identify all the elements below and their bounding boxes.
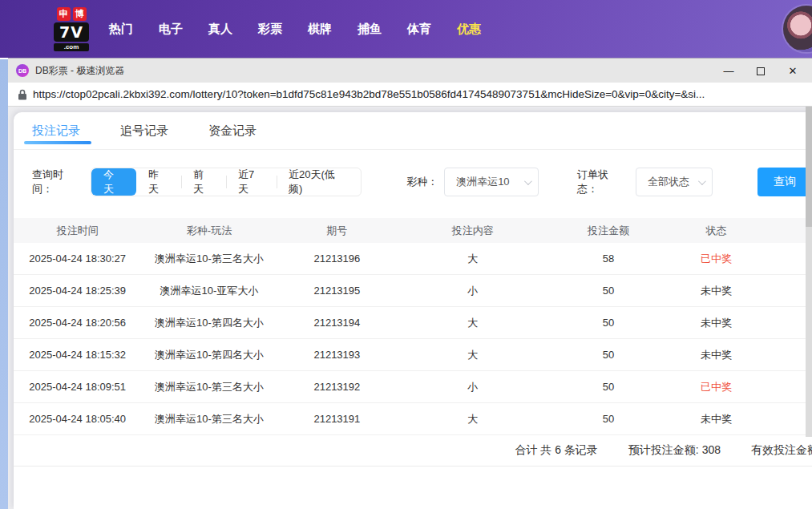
- scrollbar[interactable]: [806, 107, 812, 437]
- cell-bet-content: 大: [397, 316, 548, 330]
- cell-status: 未中奖: [669, 348, 765, 362]
- search-button[interactable]: 查询: [757, 168, 812, 196]
- column-header-期号: 期号: [277, 224, 397, 238]
- summary-valid-amount: 有效投注金额: [751, 443, 812, 458]
- cell-game-play: 澳洲幸运10-第四名大小: [141, 348, 277, 362]
- cell-game-play: 澳洲幸运10-第四名大小: [141, 316, 277, 330]
- logo-domain-com: .com: [54, 43, 89, 51]
- time-option-近7天[interactable]: 近7天: [226, 168, 277, 196]
- nav-item-电子[interactable]: 电子: [159, 22, 183, 37]
- summary-expected-amount: 预计投注金额: 308: [628, 443, 721, 458]
- cell-bet-content: 大: [397, 348, 548, 362]
- summary-total-count: 合计 共 6 条记录: [515, 443, 597, 458]
- close-button[interactable]: ✕: [777, 59, 809, 83]
- cell-issue-number: 21213192: [277, 381, 397, 393]
- table-row: 2025-04-24 18:20:56澳洲幸运10-第四名大小21213194大…: [14, 307, 812, 339]
- time-range-group: 今天昨天前天近7天近20天(低频): [91, 168, 362, 196]
- cell-bet-amount: 58: [548, 252, 668, 265]
- lottery-select[interactable]: 澳洲幸运10: [444, 168, 539, 196]
- cell-game-play: 澳洲幸运10-第三名大小: [141, 412, 277, 426]
- url-text[interactable]: https://ctop02pcali.2kbxi392.com/lottery…: [33, 88, 705, 100]
- cell-status: 未中奖: [669, 316, 765, 330]
- site-logo[interactable]: 申 博 7V .com: [46, 7, 96, 51]
- browser-titlebar: DB DB彩票 - 极速浏览器 — ✕: [8, 58, 812, 83]
- bet-records-table: 投注时间彩种-玩法期号投注内容投注金额状态 2025-04-24 18:30:2…: [14, 218, 812, 435]
- nav-item-热门[interactable]: 热门: [109, 22, 133, 37]
- table-row: 2025-04-24 18:05:40澳洲幸运10-第三名大小21213191大…: [14, 403, 812, 435]
- time-option-今天[interactable]: 今天: [91, 168, 136, 196]
- cell-issue-number: 21213196: [277, 252, 397, 265]
- cell-bet-content: 小: [397, 380, 548, 394]
- cell-issue-number: 21213195: [277, 285, 397, 297]
- tab-投注记录[interactable]: 投注记录: [32, 123, 80, 149]
- table-row: 2025-04-24 18:25:39澳洲幸运10-亚军大小21213195小5…: [14, 275, 812, 307]
- cell-bet-amount: 50: [548, 413, 668, 425]
- cell-bet-amount: 50: [548, 285, 668, 297]
- nav-item-真人[interactable]: 真人: [208, 22, 232, 37]
- site-nav-items: 热门电子真人彩票棋牌捕鱼体育优惠: [109, 22, 481, 37]
- time-option-前天[interactable]: 前天: [181, 168, 226, 196]
- order-status-select[interactable]: 全部状态: [636, 168, 713, 196]
- browser-urlbar[interactable]: https://ctop02pcali.2kbxi392.com/lottery…: [8, 83, 812, 107]
- cell-bet-time: 2025-04-24 18:09:51: [14, 381, 141, 393]
- cell-bet-time: 2025-04-24 18:30:27: [14, 252, 141, 265]
- summary-row: 合计 共 6 条记录 预计投注金额: 308 有效投注金额: [14, 435, 812, 467]
- cell-game-play: 澳洲幸运10-第三名大小: [141, 380, 277, 394]
- cell-game-play: 澳洲幸运10-亚军大小: [141, 284, 277, 298]
- scrollbar-thumb[interactable]: [806, 107, 812, 227]
- cell-bet-content: 大: [397, 412, 548, 426]
- table-row: 2025-04-24 18:09:51澳洲幸运10-第三名大小21213192小…: [14, 371, 812, 403]
- cell-bet-content: 小: [397, 284, 548, 298]
- cell-status: 未中奖: [669, 284, 765, 298]
- logo-brand-7v: 7V: [54, 22, 89, 42]
- cell-bet-content: 大: [397, 252, 548, 266]
- chevron-down-icon: [524, 177, 532, 185]
- cell-status: 已中奖: [669, 380, 765, 394]
- column-header-投注内容: 投注内容: [397, 224, 548, 238]
- time-option-近20天(低频)[interactable]: 近20天(低频): [277, 168, 361, 196]
- site-top-nav: 申 博 7V .com 热门电子真人彩票棋牌捕鱼体育优惠: [0, 0, 812, 58]
- user-avatar[interactable]: [783, 6, 812, 52]
- nav-item-优惠[interactable]: 优惠: [457, 22, 481, 37]
- order-status-label: 订单状态：: [577, 168, 629, 196]
- filter-row: 查询时间： 今天昨天前天近7天近20天(低频) 彩种： 澳洲幸运10 订单状态：…: [32, 168, 812, 196]
- cell-status: 未中奖: [669, 412, 765, 426]
- time-option-昨天[interactable]: 昨天: [136, 168, 181, 196]
- table-row: 2025-04-24 18:30:27澳洲幸运10-第三名大小21213196大…: [14, 243, 812, 275]
- cell-issue-number: 21213191: [277, 413, 397, 425]
- cell-bet-amount: 50: [548, 317, 668, 329]
- time-filter-label: 查询时间：: [32, 168, 84, 196]
- table-row: 2025-04-24 18:15:32澳洲幸运10-第四名大小21213193大…: [14, 339, 812, 371]
- browser-window-title: DB彩票 - 极速浏览器: [35, 64, 124, 78]
- order-status-value: 全部状态: [648, 175, 689, 189]
- cell-bet-amount: 50: [548, 349, 668, 361]
- browser-favicon-db-icon: DB: [16, 64, 29, 77]
- lottery-filter-label: 彩种：: [406, 175, 438, 189]
- nav-item-体育[interactable]: 体育: [407, 22, 431, 37]
- cell-issue-number: 21213194: [277, 317, 397, 329]
- cell-issue-number: 21213193: [277, 349, 397, 361]
- maximize-button[interactable]: [745, 59, 777, 83]
- nav-item-彩票[interactable]: 彩票: [258, 22, 282, 37]
- column-header-彩种-玩法: 彩种-玩法: [141, 224, 277, 238]
- column-header-状态: 状态: [669, 224, 765, 238]
- cell-bet-time: 2025-04-24 18:15:32: [14, 349, 141, 361]
- cell-status: 已中奖: [669, 252, 765, 266]
- nav-item-捕鱼[interactable]: 捕鱼: [358, 22, 382, 37]
- nav-item-棋牌[interactable]: 棋牌: [308, 22, 332, 37]
- cell-bet-amount: 50: [548, 381, 668, 393]
- minimize-button[interactable]: —: [713, 59, 745, 83]
- table-body: 2025-04-24 18:30:27澳洲幸运10-第三名大小21213196大…: [14, 243, 812, 435]
- window-left-edge: [0, 59, 8, 509]
- logo-char-bo: 博: [73, 7, 87, 21]
- column-header-投注金额: 投注金额: [548, 224, 668, 238]
- window-controls: — ✕: [713, 59, 809, 83]
- chevron-down-icon: [698, 177, 706, 185]
- tab-追号记录[interactable]: 追号记录: [120, 123, 168, 149]
- maximize-icon: [757, 67, 765, 75]
- column-header-投注时间: 投注时间: [14, 224, 141, 238]
- lottery-select-value: 澳洲幸运10: [456, 175, 509, 189]
- logo-shenbo-tiles: 申 博: [57, 7, 87, 21]
- lock-icon: [18, 89, 27, 100]
- tab-资金记录[interactable]: 资金记录: [208, 123, 257, 149]
